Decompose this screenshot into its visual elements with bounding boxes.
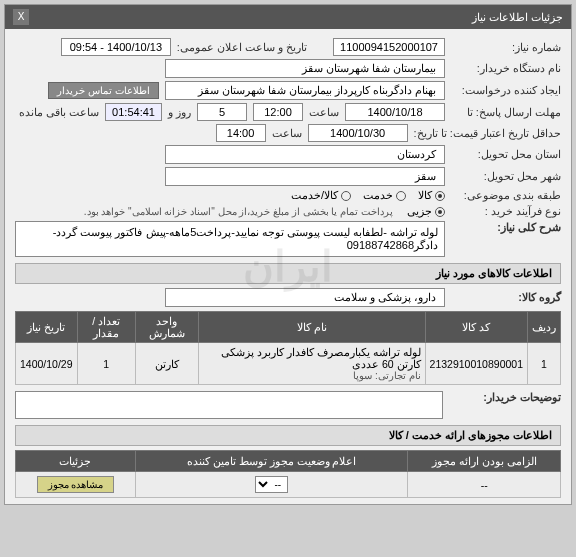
panel-header: جزئیات اطلاعات نیاز X — [5, 5, 571, 29]
category-radio-group: کالا خدمت کالا/خدمت — [291, 189, 445, 202]
value-price-valid-date: 1400/10/30 — [308, 124, 408, 142]
value-buyer-org: بیمارستان شفا شهرستان سقز — [165, 59, 445, 78]
close-button[interactable]: X — [13, 9, 29, 25]
label-time-1: ساعت — [309, 106, 339, 119]
row-buyer-org: نام دستگاه خریدار: بیمارستان شفا شهرستان… — [15, 59, 561, 78]
label-buyer-notes: توضیحات خریدار: — [451, 391, 561, 404]
permits-table: الزامی بودن ارائه مجوز اعلام وضعیت مجوز … — [15, 450, 561, 498]
label-requester: ایجاد کننده درخواست: — [451, 84, 561, 97]
th-details: جزئیات — [16, 451, 136, 472]
td-mandatory: -- — [408, 472, 561, 498]
row-reply-due: مهلت ارسال پاسخ: تا 1400/10/18 ساعت 12:0… — [15, 103, 561, 121]
label-public-date: تاریخ و ساعت اعلان عمومی: — [177, 41, 307, 54]
label-time-2: ساعت — [272, 127, 302, 140]
goods-row: 1 2132910010890001 لوله تراشه یکبارمصرف … — [16, 343, 561, 385]
label-summary: شرح کلی نیاز: — [451, 221, 561, 234]
row-category: طبقه بندی موضوعی: کالا خدمت کالا/خدمت — [15, 189, 561, 202]
permit-status-select[interactable]: -- — [255, 476, 288, 493]
radio-service-label: خدمت — [363, 189, 393, 202]
label-process-type: نوع فرآیند خرید : — [451, 205, 561, 218]
td-code: 2132910010890001 — [425, 343, 527, 385]
goods-item-name: لوله تراشه یکبارمصرف کافدار کاربرد پزشکی… — [203, 346, 421, 370]
row-requester: ایجاد کننده درخواست: بهنام دادگربناه کار… — [15, 81, 561, 100]
value-price-valid-time: 14:00 — [216, 124, 266, 142]
value-remaining-time: 01:54:41 — [105, 103, 162, 121]
value-days: 5 — [197, 103, 247, 121]
value-goods-group: دارو، پزشکی و سلامت — [165, 288, 445, 307]
view-permit-button[interactable]: مشاهده مجوز — [37, 476, 115, 493]
th-reqdate: تاریخ نیاز — [16, 312, 78, 343]
value-req-no: 1100094152000107 — [333, 38, 445, 56]
th-name: نام کالا — [198, 312, 425, 343]
label-buyer-org: نام دستگاه خریدار: — [451, 62, 561, 75]
td-qty: 1 — [77, 343, 135, 385]
radio-both[interactable]: کالا/خدمت — [291, 189, 351, 202]
radio-goods[interactable]: کالا — [418, 189, 445, 202]
td-name: لوله تراشه یکبارمصرف کافدار کاربرد پزشکی… — [198, 343, 425, 385]
td-idx: 1 — [528, 343, 561, 385]
row-province: استان محل تحویل: کردستان — [15, 145, 561, 164]
radio-service-icon — [396, 191, 406, 201]
row-process-type: نوع فرآیند خرید : جزیی پرداخت تمام یا بخ… — [15, 205, 561, 218]
td-reqdate: 1400/10/29 — [16, 343, 78, 385]
th-unit: واحد شمارش — [135, 312, 198, 343]
radio-goods-icon — [435, 191, 445, 201]
th-qty: تعداد / مقدار — [77, 312, 135, 343]
buyer-contact-button[interactable]: اطلاعات تماس خریدار — [48, 82, 159, 99]
th-status: اعلام وضعیت مجوز توسط تامین کننده — [135, 451, 408, 472]
goods-header-row: ردیف کد کالا نام کالا واحد شمارش تعداد /… — [16, 312, 561, 343]
permits-section-header: اطلاعات مجوزهای ارائه خدمت / کالا — [15, 425, 561, 446]
value-requester: بهنام دادگربناه کارپرداز بیمارستان شفا ش… — [165, 81, 445, 100]
th-idx: ردیف — [528, 312, 561, 343]
radio-small-icon — [435, 207, 445, 217]
goods-item-brand: نام تجارتی: سوپا — [203, 370, 421, 381]
label-city: شهر محل تحویل: — [451, 170, 561, 183]
brand-label: نام تجارتی: — [375, 370, 421, 381]
radio-small-label: جزیی — [407, 205, 432, 218]
process-note: پرداخت تمام یا بخشی از مبلغ خرید،از محل … — [84, 206, 393, 217]
label-category: طبقه بندی موضوعی: — [451, 189, 561, 202]
label-remaining: ساعت باقی مانده — [19, 106, 99, 119]
label-req-no: شماره نیاز: — [451, 41, 561, 54]
label-price-valid: حداقل تاریخ اعتبار قیمت: تا تاریخ: — [414, 127, 561, 140]
th-code: کد کالا — [425, 312, 527, 343]
brand-value: سوپا — [353, 370, 372, 381]
label-days: روز و — [168, 106, 191, 119]
value-reply-due-date: 1400/10/18 — [345, 103, 445, 121]
label-goods-group: گروه کالا: — [451, 291, 561, 304]
radio-both-label: کالا/خدمت — [291, 189, 338, 202]
value-reply-due-time: 12:00 — [253, 103, 303, 121]
label-province: استان محل تحویل: — [451, 148, 561, 161]
value-city: سقز — [165, 167, 445, 186]
panel-title: جزئیات اطلاعات نیاز — [472, 11, 563, 24]
label-reply-due: مهلت ارسال پاسخ: تا — [451, 106, 561, 119]
row-req-no: شماره نیاز: 1100094152000107 تاریخ و ساع… — [15, 38, 561, 56]
th-mandatory: الزامی بودن ارائه مجوز — [408, 451, 561, 472]
radio-goods-label: کالا — [418, 189, 432, 202]
value-summary: لوله تراشه -لطفابه لیست پیوستی توجه نمای… — [15, 221, 445, 257]
row-buyer-notes: توضیحات خریدار: — [15, 391, 561, 419]
goods-section-header: اطلاعات کالاهای مورد نیاز — [15, 263, 561, 284]
row-goods-group: گروه کالا: دارو، پزشکی و سلامت — [15, 288, 561, 307]
radio-service[interactable]: خدمت — [363, 189, 406, 202]
td-status: -- — [135, 472, 408, 498]
radio-small[interactable]: جزیی — [407, 205, 445, 218]
row-city: شهر محل تحویل: سقز — [15, 167, 561, 186]
goods-table: ردیف کد کالا نام کالا واحد شمارش تعداد /… — [15, 311, 561, 385]
radio-both-icon — [341, 191, 351, 201]
td-details: مشاهده مجوز — [16, 472, 136, 498]
td-unit: کارتن — [135, 343, 198, 385]
details-panel: جزئیات اطلاعات نیاز X ایران شماره نیاز: … — [4, 4, 572, 505]
permits-row: -- -- مشاهده مجوز — [16, 472, 561, 498]
row-price-valid: حداقل تاریخ اعتبار قیمت: تا تاریخ: 1400/… — [15, 124, 561, 142]
buyer-notes-textarea[interactable] — [15, 391, 443, 419]
row-summary: شرح کلی نیاز: لوله تراشه -لطفابه لیست پی… — [15, 221, 561, 257]
value-public-date: 1400/10/13 - 09:54 — [61, 38, 171, 56]
permits-header-row: الزامی بودن ارائه مجوز اعلام وضعیت مجوز … — [16, 451, 561, 472]
value-province: کردستان — [165, 145, 445, 164]
